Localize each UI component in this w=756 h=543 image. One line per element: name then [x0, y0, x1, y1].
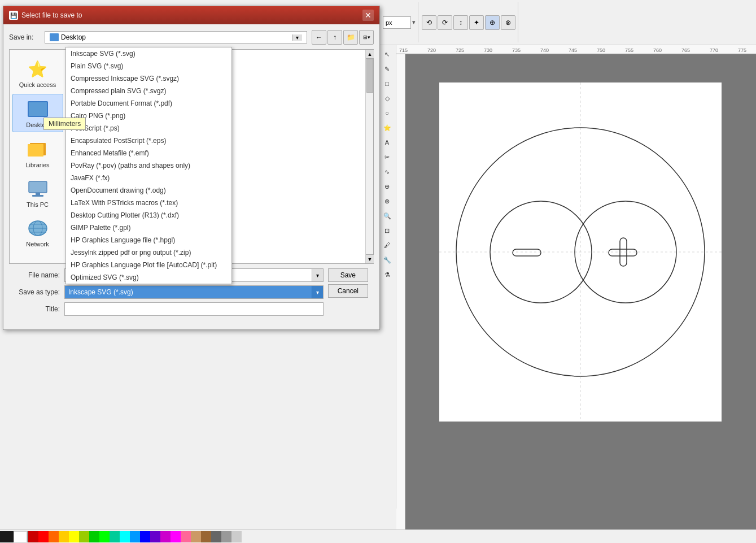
color-bright-magenta[interactable] — [171, 531, 181, 542]
color-blue[interactable] — [140, 531, 150, 542]
file-name-dropdown-arrow[interactable]: ▾ — [312, 269, 323, 281]
dropdown-item-1[interactable]: Plain SVG (*.svg) — [66, 60, 231, 72]
scrollbar[interactable]: ▲ ▼ — [365, 50, 373, 263]
new-folder-button[interactable]: 📁 — [343, 30, 358, 45]
dropdown-item-3[interactable]: Compressed plain SVG (*.svgz) — [66, 85, 231, 97]
color-yellow-green[interactable] — [79, 531, 89, 542]
save-in-row: Save in: Desktop ▾ ← ↑ 📁 ⊞▾ — [9, 30, 374, 45]
save-as-type-dropdown[interactable]: Inkscape SVG (*.svg) Plain SVG (*.svg) C… — [65, 47, 232, 284]
tool-rect[interactable]: □ — [381, 77, 394, 90]
dropdown-item-2[interactable]: Compressed Inkscape SVG (*.svgz) — [66, 72, 231, 85]
sidebar-item-network[interactable]: Network — [12, 214, 63, 251]
color-bright-yellow[interactable] — [69, 531, 79, 542]
color-light-blue[interactable] — [130, 531, 140, 542]
color-magenta[interactable] — [160, 531, 171, 542]
toolbar-btn-5[interactable]: ⊕ — [485, 15, 500, 30]
color-tan[interactable] — [191, 531, 201, 542]
dropdown-item-10[interactable]: JavaFX (*.fx) — [66, 172, 231, 184]
dropdown-item-11[interactable]: OpenDocument drawing (*.odg) — [66, 184, 231, 197]
dropdown-item-18[interactable]: Optimized SVG (*.svg) — [66, 271, 231, 284]
save-in-label: Save in: — [9, 33, 40, 41]
scroll-up-button[interactable]: ▲ — [366, 50, 374, 59]
tool-zoom-in[interactable]: ⊕ — [381, 180, 394, 193]
save-button[interactable]: Save — [328, 268, 368, 282]
svg-rect-25 — [29, 181, 47, 193]
tool-pencil[interactable]: 🖋 — [381, 238, 394, 252]
unit-dropdown[interactable]: ▾ — [412, 19, 416, 26]
toolbar-btn-3[interactable]: ↕ — [453, 15, 468, 30]
save-as-type-input[interactable]: Inkscape SVG (*.svg) ▾ — [64, 285, 324, 299]
dropdown-item-16[interactable]: Jessylnk zipped pdf or png output (*.zip… — [66, 246, 231, 259]
color-red[interactable] — [38, 531, 49, 542]
color-pink[interactable] — [181, 531, 191, 542]
save-as-type-arrow[interactable]: ▾ — [312, 286, 323, 298]
save-in-dropdown[interactable]: Desktop ▾ — [45, 31, 307, 44]
sidebar-item-desktop[interactable]: Desktop — [12, 94, 63, 132]
color-dark-red[interactable] — [28, 531, 38, 542]
tool-grid[interactable]: ⊡ — [381, 224, 394, 237]
tool-ellipse[interactable]: ○ — [381, 106, 394, 120]
toolbar-btn-2[interactable]: ⟳ — [438, 15, 452, 30]
color-white[interactable] — [14, 531, 27, 542]
sidebar-item-label-thispc: This PC — [27, 201, 49, 208]
tool-shape[interactable]: ◇ — [381, 92, 394, 105]
tool-beaker[interactable]: ⚗ — [381, 268, 394, 281]
color-brown[interactable] — [201, 531, 211, 542]
color-orange[interactable] — [49, 531, 59, 542]
color-teal[interactable] — [110, 531, 120, 542]
scroll-down-button[interactable]: ▼ — [366, 254, 374, 263]
up-button[interactable]: ↑ — [327, 30, 342, 45]
color-cyan[interactable] — [120, 531, 130, 542]
sidebar-item-libraries[interactable]: Libraries — [12, 134, 63, 172]
svg-text:735: 735 — [512, 47, 521, 53]
tool-select[interactable]: ↖ — [381, 47, 394, 61]
color-yellow[interactable] — [59, 531, 69, 542]
dropdown-item-19[interactable]: sK1 vector graphics files (.sk1) — [66, 284, 231, 284]
sidebar-item-label-network: Network — [26, 241, 49, 247]
dropdown-item-6[interactable]: PostScript (*.ps) — [66, 122, 231, 134]
color-bright-green[interactable] — [99, 531, 110, 542]
title-input[interactable] — [64, 302, 324, 316]
view-button[interactable]: ⊞▾ — [359, 30, 374, 45]
unit-input[interactable] — [383, 16, 411, 29]
tool-text[interactable]: A — [381, 136, 394, 149]
tool-color[interactable]: ⊗ — [381, 194, 394, 208]
color-green[interactable] — [89, 531, 99, 542]
tool-pen[interactable]: ∿ — [381, 165, 394, 179]
scroll-thumb[interactable] — [366, 59, 373, 93]
tool-wrench[interactable]: 🔧 — [381, 253, 394, 267]
dropdown-item-5[interactable]: Cairo PNG (*.png) — [66, 110, 231, 122]
dropdown-item-12[interactable]: LaTeX With PSTricks macros (*.tex) — [66, 197, 231, 209]
color-light-gray[interactable] — [221, 531, 231, 542]
color-lighter-gray[interactable] — [231, 531, 242, 542]
dialog-close-button[interactable]: ✕ — [362, 10, 374, 21]
tool-node[interactable]: ✎ — [381, 62, 394, 76]
svg-text:740: 740 — [540, 47, 549, 53]
sidebar-item-quick-access[interactable]: ⭐ Quick access — [12, 54, 63, 92]
inkscape-top-toolbar: ▾ ⟲ ⟳ ↕ ✦ ⊕ ⊗ — [378, 0, 756, 45]
color-purple[interactable] — [150, 531, 160, 542]
dropdown-item-7[interactable]: Encapsulated PostScript (*.eps) — [66, 134, 231, 147]
sidebar-item-thispc[interactable]: This PC — [12, 174, 63, 211]
back-button[interactable]: ← — [312, 30, 326, 45]
dropdown-item-13[interactable]: Desktop Cutting Plotter (R13) (*.dxf) — [66, 209, 231, 221]
toolbar-btn-6[interactable]: ⊗ — [501, 15, 515, 30]
toolbar-btn-4[interactable]: ✦ — [469, 15, 484, 30]
svg-text:725: 725 — [456, 47, 464, 53]
dropdown-item-14[interactable]: GIMP Palette (*.gpl) — [66, 221, 231, 234]
tool-star[interactable]: ⭐ — [381, 121, 394, 134]
dropdown-item-8[interactable]: Enhanced Metafile (*.emf) — [66, 147, 231, 159]
color-gray[interactable] — [211, 531, 221, 542]
save-in-dropdown-arrow[interactable]: ▾ — [292, 34, 302, 41]
dropdown-item-4[interactable]: Portable Document Format (*.pdf) — [66, 97, 231, 110]
toolbar-btn-1[interactable]: ⟲ — [422, 15, 436, 30]
dropdown-item-15[interactable]: HP Graphics Language file (*.hpgl) — [66, 234, 231, 246]
dropdown-item-0[interactable]: Inkscape SVG (*.svg) — [66, 47, 231, 60]
tool-cut[interactable]: ✂ — [381, 150, 394, 164]
color-black[interactable] — [0, 531, 14, 542]
dropdown-item-9[interactable]: PovRay (*.pov) (paths and shapes only) — [66, 159, 231, 172]
form-fields: File name: test ▾ Save as type: Inkscape… — [15, 268, 324, 319]
tool-magnify[interactable]: 🔍 — [381, 209, 394, 223]
dropdown-item-17[interactable]: HP Graphics Language Plot file [AutoCAD]… — [66, 259, 231, 271]
cancel-button[interactable]: Cancel — [328, 284, 368, 298]
